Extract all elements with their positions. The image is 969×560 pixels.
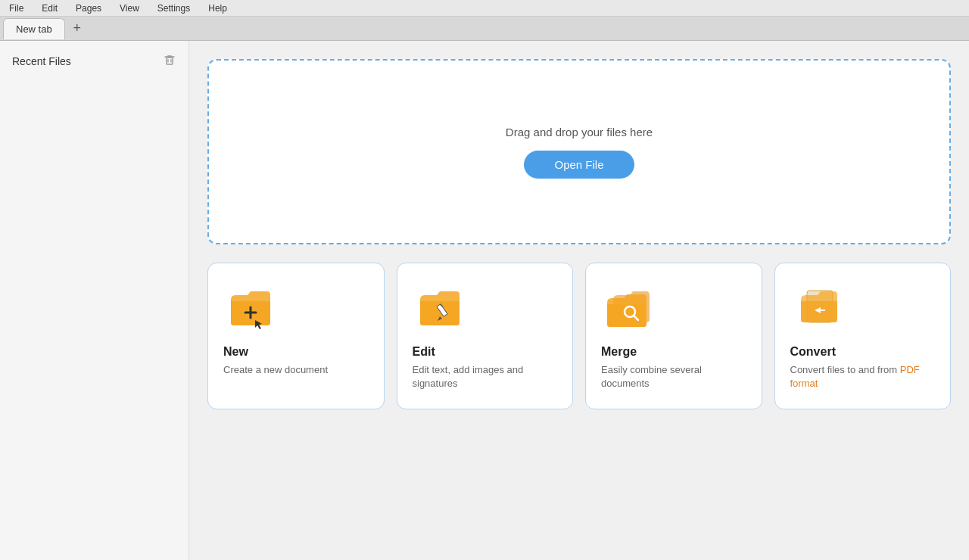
card-new[interactable]: New Create a new document xyxy=(207,263,385,409)
tab-new[interactable]: New tab xyxy=(3,18,65,39)
content-area: Drag and drop your files here Open File xyxy=(189,41,969,560)
new-tab-button[interactable]: + xyxy=(68,20,86,38)
card-merge-title: Merge xyxy=(601,345,637,359)
new-document-icon xyxy=(223,278,278,333)
menu-help[interactable]: Help xyxy=(205,2,230,15)
menu-pages[interactable]: Pages xyxy=(73,2,104,15)
card-merge[interactable]: Merge Easily combine several documents xyxy=(585,263,762,409)
tab-bar: New tab + xyxy=(0,17,969,41)
sidebar-header: Recent Files xyxy=(6,50,182,73)
menu-bar: File Edit Pages View Settings Help xyxy=(0,0,969,17)
card-edit[interactable]: Edit Edit text, add images and signature… xyxy=(397,263,574,409)
svg-rect-0 xyxy=(167,58,173,64)
menu-edit[interactable]: Edit xyxy=(39,2,61,15)
sidebar: Recent Files xyxy=(0,41,189,560)
card-convert-desc: Convert files to and from PDF format xyxy=(790,363,936,390)
menu-view[interactable]: View xyxy=(117,2,142,15)
card-convert[interactable]: Convert Convert files to and from PDF fo… xyxy=(774,263,952,409)
open-file-button[interactable]: Open File xyxy=(524,151,634,179)
tab-label: New tab xyxy=(16,23,52,35)
drop-zone[interactable]: Drag and drop your files here Open File xyxy=(207,59,951,244)
card-merge-desc: Easily combine several documents xyxy=(601,363,746,390)
sidebar-title: Recent Files xyxy=(12,55,71,67)
menu-settings[interactable]: Settings xyxy=(154,2,193,15)
convert-document-icon xyxy=(790,278,845,333)
edit-document-icon xyxy=(413,278,467,333)
drop-text: Drag and drop your files here xyxy=(506,126,653,138)
card-edit-desc: Edit text, add images and signatures xyxy=(413,363,558,390)
menu-file[interactable]: File xyxy=(6,2,26,15)
card-new-title: New xyxy=(223,345,248,359)
card-new-desc: Create a new document xyxy=(223,363,328,377)
card-edit-title: Edit xyxy=(413,345,435,359)
card-convert-title: Convert xyxy=(790,345,836,359)
merge-document-icon xyxy=(601,278,656,333)
action-cards: New Create a new document Edit Edit xyxy=(207,263,951,409)
trash-icon[interactable] xyxy=(163,53,176,70)
main-layout: Recent Files Drag and drop your files he… xyxy=(0,41,969,560)
